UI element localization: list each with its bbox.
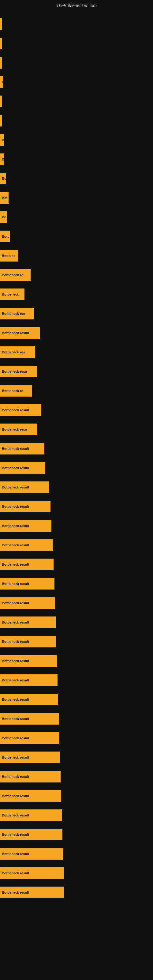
result-bar: Bottleneck res: [0, 308, 33, 320]
result-bar: Bottleneck result: [0, 732, 59, 744]
result-bar: Bottleneck result: [0, 694, 58, 705]
result-bar: Bo: [0, 173, 6, 185]
bar-row: Bottleneck resu: [0, 421, 153, 438]
bar-row: Bottleneck re: [0, 266, 153, 283]
result-bar: Bottleneck result: [0, 520, 51, 531]
bar-row: Bottleneck result: [0, 440, 153, 457]
bar-row: Bottleneck result: [0, 884, 153, 901]
result-bar: Bottleneck result: [0, 597, 55, 609]
bar-row: Bottleneck res: [0, 344, 153, 360]
result-bar: Bott: [0, 231, 10, 242]
result-bar: Bottleneck re: [0, 385, 32, 396]
result-bar: [0, 18, 2, 30]
bar-row: Bottleneck result: [0, 749, 153, 766]
result-bar: [0, 38, 2, 49]
result-bar: [0, 115, 2, 126]
bar-row: B: [0, 151, 153, 167]
bar-row: [0, 112, 153, 129]
result-bar: Bottleneck result: [0, 675, 57, 686]
bar-row: Bottleneck: [0, 286, 153, 302]
result-bar: B: [0, 153, 4, 165]
result-bar: Bottleneck result: [0, 867, 64, 879]
bar-row: Bott: [0, 228, 153, 245]
bar-row: Bottleneck result: [0, 807, 153, 824]
result-bar: Bottleneck result: [0, 558, 54, 570]
bar-row: Bottleneck result: [0, 633, 153, 650]
bar-row: Bottleneck result: [0, 614, 153, 630]
result-bar: B: [0, 76, 3, 88]
result-bar: Bottleneck result: [0, 829, 62, 840]
result-bar: Bot: [0, 192, 9, 204]
result-bar: [0, 95, 2, 107]
bar-row: B: [0, 73, 153, 90]
result-bar: Bottleneck result: [0, 578, 54, 590]
result-bar: B: [0, 134, 4, 146]
result-bar: Bottleneck re: [0, 269, 30, 281]
result-bar: Bottleneck result: [0, 848, 63, 860]
bar-row: Bottleneck result: [0, 730, 153, 746]
result-bar: Bottleneck result: [0, 327, 40, 339]
result-bar: Bottleneck result: [0, 462, 45, 474]
bar-row: [0, 16, 153, 32]
bar-row: Bottleneck result: [0, 826, 153, 843]
bar-row: Bottleneck result: [0, 536, 153, 554]
bar-row: [0, 93, 153, 110]
bar-row: Bottleneck result: [0, 479, 153, 495]
bar-row: Bottleneck result: [0, 845, 153, 862]
bar-row: Bo: [0, 208, 153, 225]
bar-row: B: [0, 131, 153, 148]
bar-row: Bottleneck result: [0, 575, 153, 592]
result-bar: Bottleneck result: [0, 616, 56, 628]
bar-row: Bottleneck result: [0, 401, 153, 418]
bar-row: Bottlene: [0, 247, 153, 264]
bar-row: Bottleneck res: [0, 305, 153, 322]
result-bar: Bottleneck: [0, 288, 24, 300]
bars-container: BBBBoBotBoBottBottleneBottleneck reBottl…: [0, 10, 153, 903]
result-bar: Bottleneck result: [0, 501, 51, 512]
result-bar: Bottleneck result: [0, 443, 45, 455]
bar-row: Bottleneck resu: [0, 363, 153, 380]
bar-row: Bottleneck result: [0, 788, 153, 804]
bar-row: Bottleneck result: [0, 595, 153, 611]
result-bar: Bottleneck result: [0, 713, 59, 725]
bar-row: Bottleneck re: [0, 382, 153, 399]
result-bar: Bottleneck resu: [0, 423, 37, 435]
result-bar: Bottleneck result: [0, 636, 56, 648]
bar-row: [0, 54, 153, 71]
bar-row: Bo: [0, 170, 153, 187]
bar-row: Bottleneck result: [0, 556, 153, 573]
result-bar: Bottleneck result: [0, 481, 49, 493]
bar-row: [0, 35, 153, 52]
result-bar: Bottleneck result: [0, 751, 60, 763]
bar-row: Bot: [0, 189, 153, 206]
result-bar: Bottlene: [0, 250, 18, 261]
bar-row: Bottleneck result: [0, 498, 153, 515]
result-bar: Bottleneck result: [0, 655, 57, 667]
result-bar: Bottleneck res: [0, 346, 35, 358]
site-title: TheBottlenecker.com: [0, 0, 153, 10]
bar-row: Bottleneck result: [0, 652, 153, 669]
bar-row: Bottleneck result: [0, 710, 153, 727]
result-bar: Bottleneck result: [0, 810, 62, 821]
bar-row: Bottleneck result: [0, 691, 153, 708]
result-bar: Bottleneck result: [0, 886, 64, 898]
result-bar: Bottleneck result: [0, 790, 61, 802]
result-bar: Bo: [0, 211, 7, 223]
result-bar: Bottleneck result: [0, 771, 61, 783]
bar-row: Bottleneck result: [0, 324, 153, 341]
bar-row: Bottleneck result: [0, 671, 153, 689]
bar-row: Bottleneck result: [0, 768, 153, 785]
bar-row: Bottleneck result: [0, 517, 153, 534]
bar-row: Bottleneck result: [0, 865, 153, 881]
result-bar: Bottleneck result: [0, 539, 53, 551]
bar-row: Bottleneck result: [0, 460, 153, 476]
result-bar: Bottleneck resu: [0, 366, 37, 377]
result-bar: [0, 57, 2, 68]
result-bar: Bottleneck result: [0, 404, 41, 416]
